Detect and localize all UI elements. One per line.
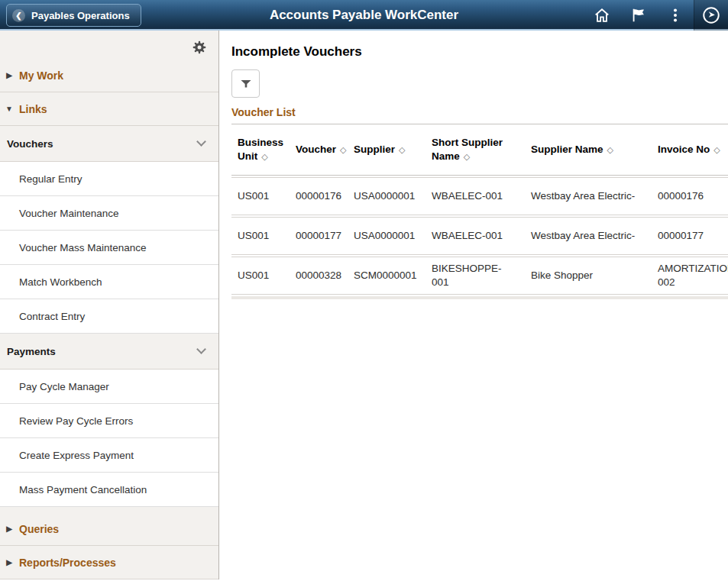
- invoice-no-cell: 00000176: [652, 178, 728, 215]
- group-label: Vouchers: [7, 138, 53, 150]
- accounts-payable-workcenter-page: ❮ Payables Operations Accounts Payable W…: [0, 0, 728, 581]
- sidebar-item-match-workbench[interactable]: Match Workbench: [0, 265, 218, 299]
- column-header-short-supplier-name[interactable]: Short Supplier Name◇: [425, 124, 525, 175]
- item-label: Create Express Payment: [19, 450, 134, 461]
- item-label: Voucher Maintenance: [19, 208, 119, 219]
- sidebar-item-create-express-payment[interactable]: Create Express Payment: [0, 438, 218, 473]
- flag-icon[interactable]: [620, 0, 657, 31]
- sidebar-group-vouchers[interactable]: Vouchers: [0, 126, 218, 162]
- section-label: Links: [19, 103, 47, 115]
- navbar-compass-icon[interactable]: [694, 0, 728, 31]
- item-label: Pay Cycle Manager: [19, 381, 109, 392]
- sort-diamond-icon: ◇: [399, 145, 405, 154]
- short-supplier-name-cell: WBAELEC-001: [425, 218, 525, 254]
- page-title: Incomplete Vouchers: [231, 44, 728, 60]
- chevron-down-icon: [196, 344, 206, 354]
- sort-diamond-icon: ◇: [464, 152, 470, 161]
- grid-header-row: Business Unit◇ Voucher◇ Supplier◇ Short …: [231, 124, 728, 176]
- sidebar-item-mass-payment-cancellation[interactable]: Mass Payment Cancellation: [0, 473, 218, 507]
- column-header-business-unit[interactable]: Business Unit◇: [231, 124, 290, 175]
- voucher-link[interactable]: 00000177: [290, 218, 348, 254]
- item-label: Contract Entry: [19, 311, 85, 322]
- funnel-icon: [239, 77, 253, 91]
- business-unit-cell: US001: [231, 257, 290, 294]
- main-content: Incomplete Vouchers Voucher List Busines…: [219, 31, 728, 579]
- short-supplier-name-cell: BIKESHOPPE-001: [425, 257, 525, 294]
- sidebar-group-payments[interactable]: Payments: [0, 334, 218, 370]
- short-supplier-name-cell: WBAELEC-001: [425, 178, 525, 215]
- chevron-right-icon: ▶: [5, 558, 14, 566]
- sidebar-toolbar: [0, 31, 218, 59]
- supplier-name-cell: Bike Shopper: [525, 257, 652, 294]
- chevron-left-icon: ❮: [12, 9, 25, 22]
- voucher-list-title: Voucher List: [231, 106, 728, 118]
- invoice-no-cell: AMORTIZATION-002: [652, 257, 728, 294]
- voucher-link[interactable]: 00000176: [290, 178, 348, 215]
- sidebar-section-links[interactable]: ▼ Links: [0, 92, 218, 126]
- voucher-grid: Business Unit◇ Voucher◇ Supplier◇ Short …: [231, 124, 728, 295]
- sort-diamond-icon: ◇: [607, 145, 613, 154]
- gear-icon[interactable]: [192, 40, 207, 55]
- sidebar-section-reports-processes[interactable]: ▶ Reports/Processes: [0, 546, 218, 579]
- business-unit-cell: US001: [231, 178, 290, 215]
- column-header-voucher[interactable]: Voucher◇: [290, 124, 348, 175]
- section-label: My Work: [19, 69, 63, 82]
- grid-bottom-band: [231, 296, 728, 299]
- sort-diamond-icon: ◇: [261, 152, 267, 161]
- section-label: Reports/Processes: [19, 557, 116, 569]
- chevron-down-icon: ▼: [5, 105, 14, 113]
- item-label: Match Workbench: [19, 276, 102, 288]
- chevron-right-icon: ▶: [5, 71, 14, 79]
- table-row: US001 00000176 USA0000001 WBAELEC-001 We…: [231, 177, 728, 215]
- invoice-no-cell: 00000177: [652, 218, 728, 254]
- home-icon[interactable]: [584, 0, 620, 31]
- group-label: Payments: [7, 346, 56, 357]
- table-row: US001 00000177 USA0000001 WBAELEC-001 We…: [231, 217, 728, 255]
- item-label: Mass Payment Cancellation: [19, 484, 147, 495]
- column-header-invoice-no[interactable]: Invoice No◇: [652, 124, 728, 175]
- top-header-bar: ❮ Payables Operations Accounts Payable W…: [0, 0, 728, 31]
- back-button[interactable]: ❮ Payables Operations: [6, 4, 141, 27]
- sort-diamond-icon: ◇: [713, 145, 720, 154]
- supplier-link[interactable]: USA0000001: [348, 178, 425, 215]
- sort-diamond-icon: ◇: [340, 145, 346, 154]
- chevron-right-icon: ▶: [5, 525, 14, 533]
- workcenter-sidebar: ▶ My Work ▼ Links Vouchers Regular Entry…: [0, 31, 219, 579]
- supplier-link[interactable]: SCM0000001: [348, 257, 425, 294]
- sidebar-spacer: [0, 507, 218, 512]
- header-actions: [584, 0, 728, 31]
- sidebar-item-pay-cycle-manager[interactable]: Pay Cycle Manager: [0, 370, 218, 404]
- item-label: Voucher Mass Maintenance: [19, 242, 147, 253]
- supplier-link[interactable]: USA0000001: [348, 218, 425, 254]
- filter-button[interactable]: [231, 69, 260, 98]
- sidebar-item-contract-entry[interactable]: Contract Entry: [0, 299, 218, 334]
- supplier-name-cell: Westbay Area Electric-: [525, 218, 652, 254]
- back-button-label: Payables Operations: [31, 10, 130, 21]
- sidebar-section-my-work[interactable]: ▶ My Work: [0, 59, 218, 92]
- sidebar-item-voucher-mass-maintenance[interactable]: Voucher Mass Maintenance: [0, 231, 218, 265]
- table-row: US001 00000328 SCM0000001 BIKESHOPPE-001…: [231, 257, 728, 295]
- chevron-down-icon: [196, 137, 206, 147]
- sidebar-item-review-pay-cycle-errors[interactable]: Review Pay Cycle Errors: [0, 404, 218, 438]
- item-label: Review Pay Cycle Errors: [19, 415, 133, 427]
- column-header-supplier[interactable]: Supplier◇: [348, 124, 425, 175]
- sidebar-item-regular-entry[interactable]: Regular Entry: [0, 162, 218, 196]
- kebab-menu-icon[interactable]: [657, 0, 694, 31]
- sidebar-section-queries[interactable]: ▶ Queries: [0, 512, 218, 546]
- column-header-supplier-name[interactable]: Supplier Name◇: [525, 124, 652, 175]
- voucher-link[interactable]: 00000328: [290, 257, 348, 294]
- supplier-name-cell: Westbay Area Electric-: [525, 178, 652, 215]
- item-label: Regular Entry: [19, 173, 83, 185]
- section-label: Queries: [19, 523, 59, 535]
- sidebar-item-voucher-maintenance[interactable]: Voucher Maintenance: [0, 196, 218, 231]
- business-unit-cell: US001: [231, 218, 290, 254]
